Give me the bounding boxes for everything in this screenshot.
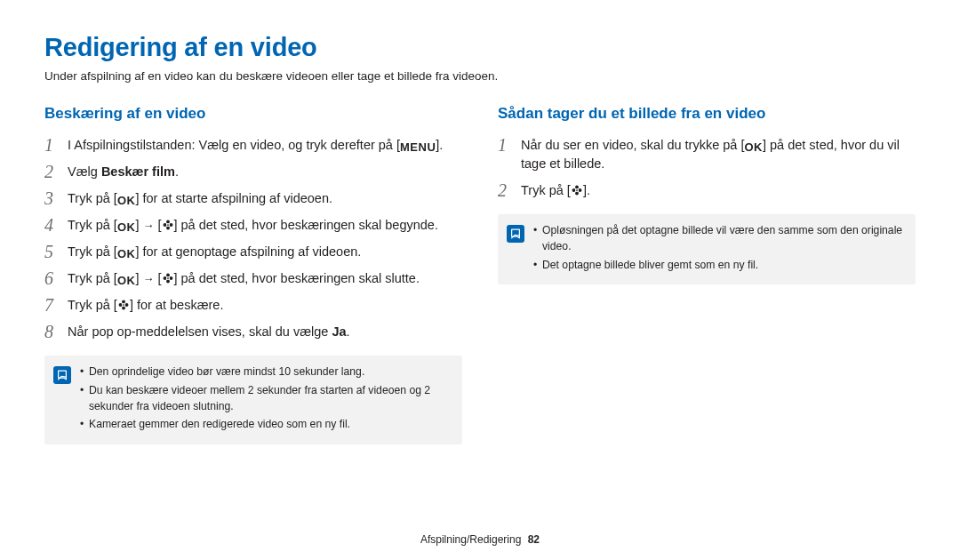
step: Tryk på [OK] → [] på det sted, hvor besk… bbox=[44, 268, 462, 288]
page-title: Redigering af en video bbox=[44, 28, 916, 66]
note-item: Du kan beskære videoer mellem 2 sekunder… bbox=[80, 383, 450, 414]
step-text: . bbox=[347, 324, 350, 339]
step-text: Når du ser en video, skal du trykke på [ bbox=[521, 138, 744, 152]
step-text: ] på det sted, hvor beskæringen skal beg… bbox=[174, 218, 438, 232]
step-text: [ bbox=[154, 218, 161, 232]
step-text: Når pop op-meddelelsen vises, skal du væ… bbox=[68, 324, 332, 339]
step-text: ] for at starte afspilning af videoen. bbox=[135, 191, 332, 205]
step: Når pop op-meddelelsen vises, skal du væ… bbox=[44, 322, 462, 341]
note-icon bbox=[507, 225, 524, 243]
flower-icon bbox=[571, 184, 583, 197]
step-text: ] på det sted, hvor beskæringen skal slu… bbox=[174, 271, 420, 285]
arrow-icon: → bbox=[142, 272, 154, 285]
step: Tryk på []. bbox=[498, 180, 916, 200]
step: Tryk på [OK] for at genoptage afspilning… bbox=[44, 242, 462, 261]
left-note-box: Den oprindelige video bør være mindst 10… bbox=[44, 356, 462, 444]
step: Når du ser en video, skal du trykke på [… bbox=[498, 135, 916, 173]
arrow-icon: → bbox=[142, 219, 154, 232]
flower-icon bbox=[117, 299, 130, 312]
step-text: Tryk på [ bbox=[68, 271, 117, 285]
footer-section: Afspilning/Redigering bbox=[420, 533, 521, 546]
step-text: ] for at beskære. bbox=[130, 298, 224, 312]
step: Tryk på [OK] for at starte afspilning af… bbox=[44, 188, 462, 208]
left-heading: Beskæring af en video bbox=[44, 103, 462, 125]
step-text: Vælg bbox=[68, 164, 101, 179]
step-text: I Afspilningstilstanden: Vælg en video, … bbox=[68, 138, 400, 152]
right-note-list: Opløsningen på det optagne billede vil v… bbox=[533, 223, 903, 276]
right-column: Sådan tager du et billede fra en video N… bbox=[498, 103, 916, 445]
flower-icon bbox=[162, 219, 174, 232]
step-text: [ bbox=[154, 271, 161, 285]
step-text: ]. bbox=[436, 138, 443, 152]
step-text: Tryk på [ bbox=[521, 183, 571, 197]
page-footer: Afspilning/Redigering 82 bbox=[0, 532, 960, 548]
ok-icon: OK bbox=[117, 275, 136, 288]
step-text: Tryk på [ bbox=[68, 191, 117, 205]
ok-icon: OK bbox=[117, 195, 136, 208]
right-steps: Når du ser en video, skal du trykke på [… bbox=[498, 135, 916, 200]
left-column: Beskæring af en video I Afspilningstilst… bbox=[44, 103, 462, 445]
step-text: Tryk på [ bbox=[68, 244, 117, 259]
ok-icon: OK bbox=[117, 221, 136, 235]
menu-icon: MENU bbox=[400, 141, 436, 155]
step-text: ]. bbox=[583, 183, 590, 197]
footer-page-number: 82 bbox=[528, 533, 540, 546]
note-item: Det optagne billede bliver gemt som en n… bbox=[533, 258, 903, 274]
step-text: Tryk på [ bbox=[68, 298, 117, 312]
step: Tryk på [] for at beskære. bbox=[44, 295, 462, 315]
content-columns: Beskæring af en video I Afspilningstilst… bbox=[44, 103, 916, 445]
right-heading: Sådan tager du et billede fra en video bbox=[498, 103, 916, 125]
step-text-bold: Beskær film bbox=[101, 164, 175, 179]
ok-icon: OK bbox=[744, 141, 763, 155]
step: I Afspilningstilstanden: Vælg en video, … bbox=[44, 135, 462, 155]
note-item: Kameraet gemmer den redigerede video som… bbox=[80, 417, 450, 433]
step: Vælg Beskær film. bbox=[44, 162, 462, 181]
flower-icon bbox=[162, 272, 174, 285]
note-item: Opløsningen på det optagne billede vil v… bbox=[533, 223, 903, 254]
step: Tryk på [OK] → [] på det sted, hvor besk… bbox=[44, 215, 462, 235]
step-text-bold: Ja bbox=[332, 324, 346, 339]
ok-icon: OK bbox=[117, 248, 136, 261]
left-note-list: Den oprindelige video bør være mindst 10… bbox=[80, 364, 450, 436]
step-text: Tryk på [ bbox=[68, 218, 117, 232]
note-icon bbox=[53, 366, 71, 384]
intro-text: Under afspilning af en video kan du besk… bbox=[44, 68, 916, 85]
left-steps: I Afspilningstilstanden: Vælg en video, … bbox=[44, 135, 462, 341]
step-text: ] for at genoptage afspilning af videoen… bbox=[135, 244, 361, 259]
note-item: Den oprindelige video bør være mindst 10… bbox=[80, 364, 450, 380]
step-text: . bbox=[175, 164, 179, 179]
right-note-box: Opløsningen på det optagne billede vil v… bbox=[498, 214, 916, 284]
